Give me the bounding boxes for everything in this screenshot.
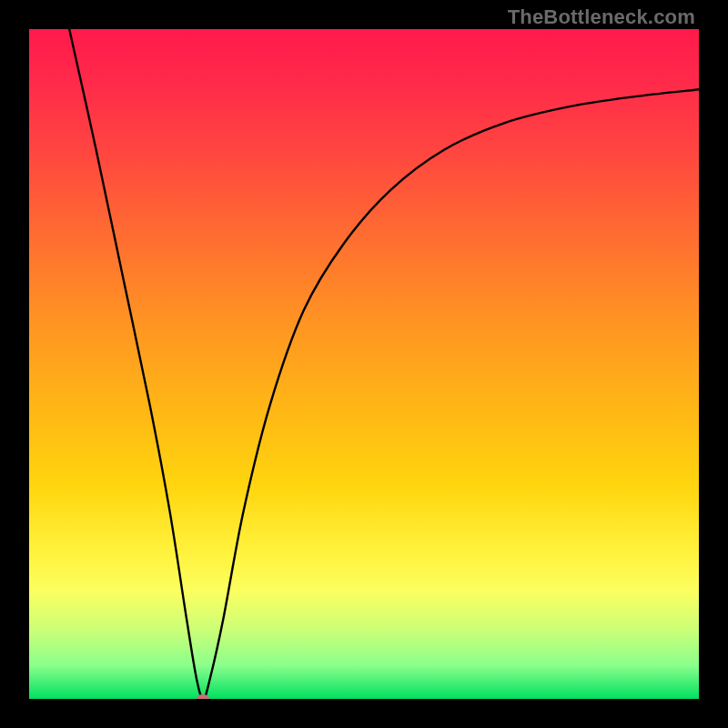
minimum-marker (197, 694, 209, 699)
watermark-text: TheBottleneck.com (508, 5, 695, 29)
plot-area (29, 29, 699, 699)
chart-frame: TheBottleneck.com (0, 0, 728, 728)
bottleneck-curve (29, 29, 699, 699)
